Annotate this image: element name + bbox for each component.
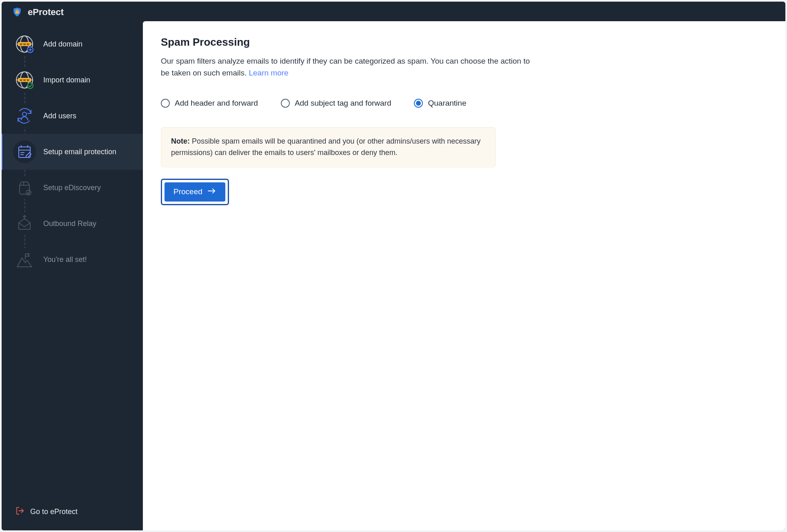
page-description: Our spam filters analyze emails to ident… [161,55,536,79]
svg-rect-0 [16,11,19,14]
page-description-text: Our spam filters analyze emails to ident… [161,57,530,77]
sidebar-step-label: Setup eDiscovery [43,184,101,192]
proceed-button[interactable]: Proceed [165,182,225,202]
arrow-right-icon [207,187,216,197]
user-sync-icon [13,104,36,127]
sidebar-step-add-domain[interactable]: W W W Add domain [2,26,143,62]
option-quarantine[interactable]: Quarantine [414,99,466,108]
app-logo-wrap: eProtect [11,7,64,18]
radio-icon [281,99,290,108]
option-add-header-forward[interactable]: Add header and forward [161,99,258,108]
calendar-edit-icon [13,140,36,163]
radio-icon [414,99,423,108]
go-to-eprotect-link[interactable]: Go to eProtect [13,503,80,521]
note-label: Note: [171,137,190,145]
go-to-eprotect-label: Go to eProtect [30,508,78,516]
sidebar-step-all-set[interactable]: You're all set! [2,242,143,277]
sidebar-step-label: Outbound Relay [43,219,96,228]
app-header: eProtect [2,2,785,21]
exit-icon [16,506,24,517]
note-body: Possible spam emails will be quarantined… [171,137,480,157]
spam-action-options: Add header and forward Add subject tag a… [161,99,772,108]
sidebar-footer: Go to eProtect [2,497,143,530]
sidebar-step-setup-email-protection[interactable]: Setup email protection [2,134,143,170]
svg-point-16 [22,112,27,116]
package-check-icon [13,176,36,199]
option-label: Add subject tag and forward [295,99,391,108]
sidebar-step-label: You're all set! [43,255,87,264]
sidebar-step-add-users[interactable]: Add users [2,98,143,134]
setup-steps: W W W Add domain [2,26,143,277]
radio-icon [161,99,170,108]
sidebar-step-label: Import domain [43,76,90,84]
sidebar-step-setup-ediscovery[interactable]: Setup eDiscovery [2,170,143,206]
option-label: Quarantine [428,99,466,108]
mail-out-icon [13,212,36,235]
globe-check-icon: W W W [13,69,36,91]
app-title: eProtect [28,7,64,18]
sidebar-step-label: Setup email protection [43,148,116,156]
mountain-flag-icon [13,248,36,271]
setup-sidebar: W W W Add domain [2,21,143,530]
sidebar-step-label: Add users [43,112,76,120]
learn-more-link[interactable]: Learn more [249,69,288,77]
page-title: Spam Processing [161,36,772,49]
option-add-subject-tag-forward[interactable]: Add subject tag and forward [281,99,391,108]
sidebar-step-import-domain[interactable]: W W W Import domain [2,62,143,98]
globe-add-icon: W W W [13,33,36,55]
svg-text:W W W: W W W [20,43,29,46]
app-window: eProtect W W W [2,2,785,530]
option-label: Add header and forward [175,99,258,108]
main-content: Spam Processing Our spam filters analyze… [143,21,785,530]
sidebar-step-outbound-relay[interactable]: Outbound Relay [2,206,143,242]
app-body: W W W Add domain [2,21,785,530]
info-note: Note: Possible spam emails will be quara… [161,127,496,167]
proceed-label: Proceed [173,187,202,196]
shield-logo-icon [11,7,23,18]
sidebar-step-label: Add domain [43,40,82,49]
proceed-highlight: Proceed [161,179,229,205]
svg-text:W W W: W W W [20,79,29,82]
